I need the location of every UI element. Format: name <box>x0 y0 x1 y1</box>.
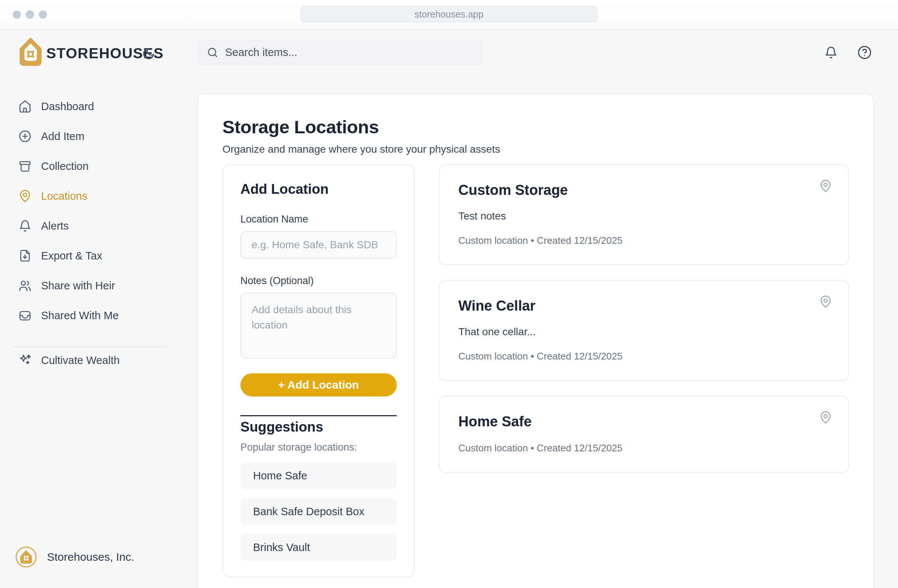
location-card[interactable]: Custom Storage Test notes Custom locatio… <box>439 164 849 265</box>
sparkles-icon <box>18 354 32 367</box>
page-subtitle: Organize and manage where you store your… <box>223 143 849 155</box>
map-pin-icon <box>18 189 32 203</box>
location-name-input[interactable] <box>240 231 397 259</box>
window-control-dot[interactable] <box>39 11 47 18</box>
sidebar-item-export-tax[interactable]: Export & Tax <box>11 241 187 271</box>
sidebar-item-label: Share with Heir <box>41 280 115 292</box>
sidebar-item-collection[interactable]: Collection <box>11 151 187 181</box>
users-icon <box>18 279 32 292</box>
suggestions-title: Suggestions <box>240 419 397 435</box>
location-name: Custom Storage <box>458 182 829 198</box>
sidebar-item-label: Cultivate Wealth <box>41 354 120 366</box>
location-name: Wine Cellar <box>458 298 829 314</box>
notes-input[interactable] <box>240 293 397 359</box>
suggestion-item[interactable]: Home Safe <box>240 462 397 489</box>
map-pin-icon <box>819 295 832 308</box>
location-meta: Custom location • Created 12/15/2025 <box>458 442 829 454</box>
sidebar-item-alerts[interactable]: Alerts <box>11 211 187 241</box>
form-title: Add Location <box>240 182 397 197</box>
inbox-icon <box>18 309 32 322</box>
sidebar-item-locations[interactable]: Locations <box>11 181 187 211</box>
page-title: Storage Locations <box>223 117 849 137</box>
sidebar-item-label: Export & Tax <box>41 250 102 262</box>
browser-titlebar: storehouses.app <box>0 0 898 30</box>
add-location-form: Add Location Location Name Notes (Option… <box>223 164 415 577</box>
sidebar-footer: Storehouses, Inc. <box>15 546 134 568</box>
archive-box-icon <box>18 159 32 173</box>
location-notes: That one cellar... <box>458 326 829 338</box>
location-card-list: Custom Storage Test notes Custom locatio… <box>439 164 849 488</box>
location-notes: Test notes <box>458 210 829 222</box>
sidebar-item-label: Alerts <box>41 220 69 232</box>
sidebar-secondary: Cultivate Wealth <box>11 345 187 375</box>
sidebar-item-add-item[interactable]: Add Item <box>11 121 187 151</box>
window-controls <box>13 11 47 18</box>
plus-circle-icon <box>18 129 32 143</box>
sidebar-item-shared-with-me[interactable]: Shared With Me <box>11 300 187 330</box>
window-control-dot[interactable] <box>26 11 34 18</box>
add-location-button[interactable]: + Add Location <box>240 373 397 397</box>
app-window: storehouses.app STOREHOUSES Search items… <box>0 0 898 588</box>
sidebar-item-cultivate-wealth[interactable]: Cultivate Wealth <box>11 345 187 375</box>
file-download-icon <box>18 249 32 262</box>
sidebar-nav: Dashboard Add Item Collection <box>11 91 187 330</box>
map-pin-icon <box>819 411 832 424</box>
help-icon <box>857 45 872 60</box>
company-logo-icon <box>15 546 37 568</box>
url-bar[interactable]: storehouses.app <box>300 6 598 22</box>
sidebar-item-dashboard[interactable]: Dashboard <box>11 91 187 121</box>
sidebar-item-share-with-heir[interactable]: Share with Heir <box>11 271 187 300</box>
location-name-label: Location Name <box>240 214 397 225</box>
sidebar-item-label: Locations <box>41 190 87 202</box>
suggestion-item[interactable]: Bank Safe Deposit Box <box>240 498 397 525</box>
search-placeholder: Search items... <box>225 46 297 58</box>
url-text: storehouses.app <box>415 9 484 20</box>
sidebar-item-label: Shared With Me <box>41 309 119 322</box>
sidebar-item-label: Collection <box>41 160 88 172</box>
storage-locations-panel: Storage Locations Organize and manage wh… <box>197 93 874 588</box>
help-button[interactable] <box>857 45 872 60</box>
storehouses-logo-icon <box>18 37 43 66</box>
suggestion-item[interactable]: Brinks Vault <box>240 534 397 561</box>
location-card[interactable]: Home Safe Custom location • Created 12/1… <box>439 396 849 473</box>
map-pin-icon <box>819 179 832 192</box>
sidebar-item-label: Dashboard <box>41 100 94 113</box>
window-control-dot[interactable] <box>13 11 21 18</box>
location-name: Home Safe <box>458 414 829 430</box>
notes-label: Notes (Optional) <box>240 275 397 287</box>
location-meta: Custom location • Created 12/15/2025 <box>458 351 829 362</box>
dark-mode-toggle[interactable] <box>139 46 157 63</box>
search-input[interactable]: Search items... <box>197 39 483 65</box>
home-icon <box>18 100 32 113</box>
form-divider <box>240 415 397 416</box>
sidebar-item-label: Add Item <box>41 130 85 143</box>
search-icon <box>207 47 218 58</box>
bell-icon <box>824 46 838 59</box>
notifications-button[interactable] <box>824 46 838 59</box>
bell-icon <box>18 219 32 232</box>
company-name: Storehouses, Inc. <box>47 551 134 563</box>
location-meta: Custom location • Created 12/15/2025 <box>458 235 829 246</box>
location-card[interactable]: Wine Cellar That one cellar... Custom lo… <box>439 280 849 381</box>
suggestions-subtitle: Popular storage locations: <box>240 442 397 453</box>
moon-icon <box>140 47 155 62</box>
